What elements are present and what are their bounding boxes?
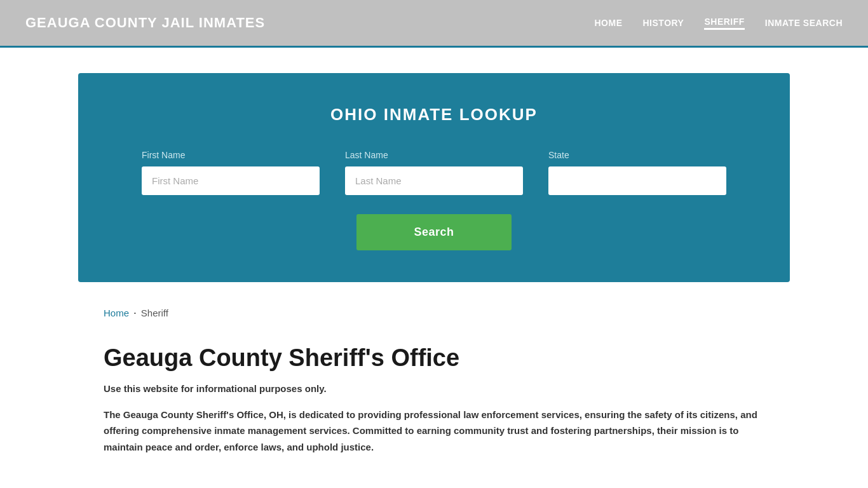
nav-inmate-search[interactable]: INMATE SEARCH [765,18,843,28]
search-banner: OHIO INMATE LOOKUP First Name Last Name … [78,73,790,282]
breadcrumb-separator: • [134,310,136,316]
page-title: Geauga County Sheriff's Office [104,344,764,373]
first-name-input[interactable] [142,166,320,195]
state-group: State Ohio [548,150,726,195]
description-text: The Geauga County Sheriff's Office, OH, … [104,407,764,456]
disclaimer-text: Use this website for informational purpo… [104,383,764,394]
first-name-label: First Name [142,150,320,160]
breadcrumb-current: Sheriff [141,308,168,318]
main-content: Home • Sheriff Geauga County Sheriff's O… [78,308,790,480]
main-nav: HOME HISTORY SHERIFF INMATE SEARCH [595,17,843,30]
nav-home[interactable]: HOME [595,18,623,28]
state-label: State [548,150,726,160]
site-header: GEAUGA COUNTY JAIL INMATES HOME HISTORY … [0,0,868,48]
breadcrumb-home-link[interactable]: Home [104,308,129,318]
search-btn-row: Search [116,214,752,250]
site-title: GEAUGA COUNTY JAIL INMATES [25,15,265,31]
search-button[interactable]: Search [356,214,511,250]
last-name-input[interactable] [345,166,523,195]
breadcrumb: Home • Sheriff [104,308,764,318]
last-name-group: Last Name [345,150,523,195]
nav-sheriff[interactable]: SHERIFF [704,17,744,30]
first-name-group: First Name [142,150,320,195]
last-name-label: Last Name [345,150,523,160]
search-form-row: First Name Last Name State Ohio [116,150,752,195]
nav-history[interactable]: HISTORY [643,18,684,28]
search-banner-title: OHIO INMATE LOOKUP [116,105,752,125]
state-input[interactable]: Ohio [548,166,726,195]
